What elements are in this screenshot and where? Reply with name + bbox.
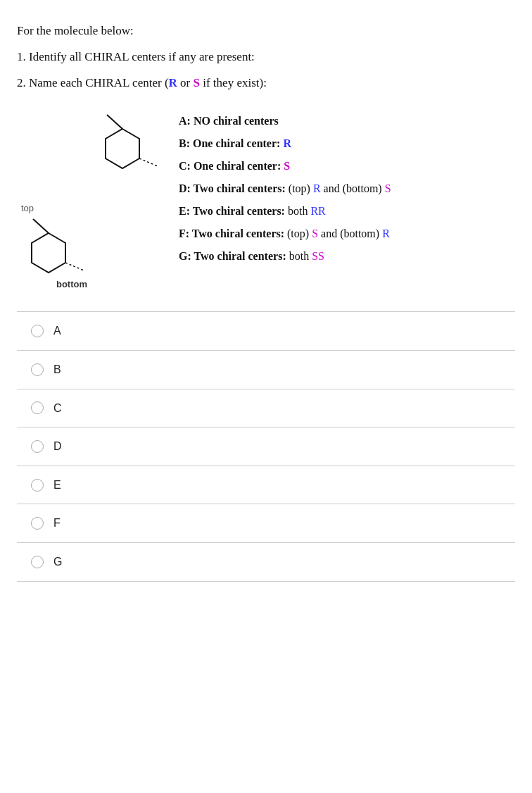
svg-line-2 — [139, 158, 158, 166]
svg-line-4 — [33, 219, 49, 233]
radio-B[interactable] — [31, 363, 44, 376]
answer-D: D: Two chiral centers: (top) R and (bott… — [179, 177, 515, 200]
answer-C: C: One chiral center: S — [179, 155, 515, 177]
answer-E: E: Two chiral centers: both RR — [179, 200, 515, 223]
answers-block: A: NO chiral centers B: One chiral cente… — [165, 110, 515, 268]
choice-row-A[interactable]: A — [17, 312, 515, 351]
svg-line-5 — [65, 263, 84, 270]
answer-G: G: Two chiral centers: both SS — [179, 245, 515, 268]
top-molecule-diagram — [87, 110, 165, 186]
svg-marker-3 — [32, 233, 65, 273]
radio-E[interactable] — [31, 479, 44, 492]
choice-label-F: F — [53, 514, 61, 532]
choice-label-D: D — [53, 437, 62, 456]
question-line-2: 1. Identify all CHIRAL centers if any ar… — [17, 47, 515, 66]
radio-G[interactable] — [31, 556, 44, 568]
choice-row-D[interactable]: D — [17, 427, 515, 466]
choice-row-E[interactable]: E — [17, 466, 515, 505]
svg-marker-0 — [106, 129, 139, 168]
question-line-3: 2. Name each CHIRAL center (R or S if th… — [17, 73, 515, 92]
answer-F: F: Two chiral centers: (top) S and (bott… — [179, 223, 515, 245]
bottom-label: bottom — [56, 277, 87, 292]
answer-B: B: One chiral center: R — [179, 132, 515, 155]
choice-row-F[interactable]: F — [17, 504, 515, 543]
choice-label-C: C — [53, 399, 62, 418]
choice-label-B: B — [53, 361, 61, 379]
radio-C[interactable] — [31, 401, 44, 414]
choice-label-E: E — [53, 476, 61, 494]
choice-row-C[interactable]: C — [17, 389, 515, 428]
radio-D[interactable] — [31, 440, 44, 453]
answer-A: A: NO chiral centers — [179, 110, 515, 132]
choice-row-G[interactable]: G — [17, 543, 515, 582]
choice-row-B[interactable]: B — [17, 351, 515, 389]
question-line-1: For the molecule below: — [17, 21, 515, 40]
top-label: top — [21, 201, 34, 216]
choice-label-A: A — [53, 322, 61, 340]
radio-F[interactable] — [31, 517, 44, 530]
svg-line-1 — [107, 115, 122, 129]
choices-section: A B C D E F G — [17, 311, 515, 581]
radio-A[interactable] — [31, 325, 44, 337]
choice-label-G: G — [53, 553, 62, 571]
